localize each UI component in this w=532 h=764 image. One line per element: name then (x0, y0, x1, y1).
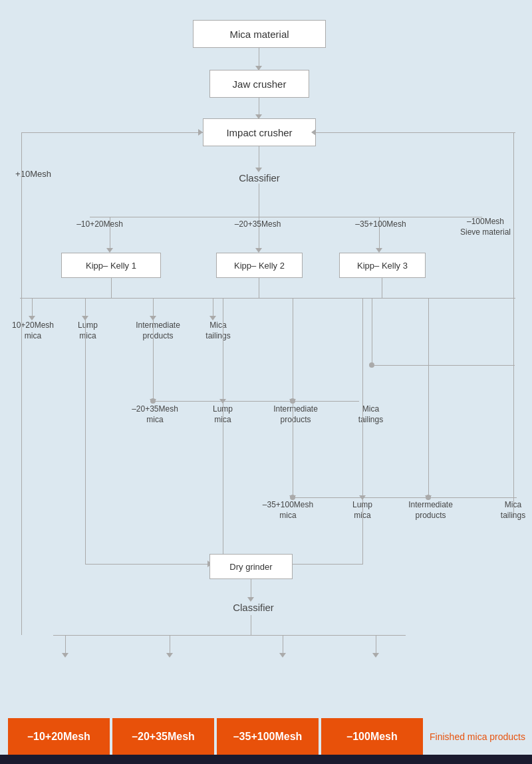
line-kipp3-out1 (293, 298, 293, 497)
jaw-crusher-box: Jaw crusher (209, 70, 309, 98)
minus10plus20-label: –10+20Mesh (66, 219, 133, 230)
line-branch-h (90, 217, 482, 217)
arrow-branch-kipp1 (106, 248, 113, 253)
arrow-right-impact (311, 129, 316, 136)
line-classifier-branch (259, 184, 259, 217)
junction-kipp3-2 (426, 495, 431, 500)
bottom-bar: –10+20Mesh –20+35Mesh –35+100Mesh –100Me… (7, 718, 525, 755)
line-dry-classifier (251, 579, 251, 599)
line-kipp2-out4 (372, 298, 372, 364)
finished-box-2: –20+35Mesh (112, 718, 214, 755)
kipp1-box: Kipp– Kelly 1 (61, 253, 161, 278)
kipp2-out3-label: Intermediateproducts (271, 404, 321, 425)
line-kipp2-out1 (153, 298, 154, 401)
arrow-final-1 (62, 653, 68, 658)
mica-material-box: Mica material (193, 20, 326, 48)
finished-box-4: –100Mesh (321, 718, 423, 755)
finished-box-3: –35+100Mesh (217, 718, 319, 755)
line-kipp2-tail-right (372, 365, 515, 366)
line-feedback-left-v (21, 132, 22, 635)
arrow-branch-kipp2 (255, 248, 262, 253)
kipp3-out1-label: –35+100Meshmica (258, 500, 318, 521)
line-final-3 (283, 635, 283, 655)
classifier1-label: Classifier (226, 172, 293, 185)
impact-crusher-box: Impact crusher (203, 118, 316, 146)
junction-inter1 (150, 398, 156, 404)
kipp1-out4-label: Micatailings (198, 320, 238, 341)
plus10mesh-label: +10Mesh (10, 169, 57, 180)
line-right-dry-v (362, 497, 363, 564)
line-final-4 (376, 635, 376, 655)
kipp3-out3-label: Intermediateproducts (406, 500, 456, 521)
kipp1-out2-label: Lumpmica (71, 320, 104, 341)
main-container: Mica material Jaw crusher Impact crusher… (0, 0, 532, 755)
arrow-left-impact (198, 129, 203, 136)
line-merge2-h (153, 401, 359, 402)
line-merge3-h (293, 497, 517, 498)
line-left-impact (21, 132, 203, 133)
line-right-impact (316, 132, 515, 133)
kipp2-box: Kipp– Kelly 2 (216, 253, 303, 278)
line-clf2-down (251, 615, 251, 635)
dry-grinder-box: Dry grinder (209, 554, 293, 579)
line-kipp2-down (259, 278, 259, 298)
finished-label: Finished mica products (430, 731, 525, 742)
line-kipp2-lump-down (223, 298, 223, 564)
flowchart: Mica material Jaw crusher Impact crusher… (7, 13, 525, 718)
line-kipp3-out4 (513, 298, 514, 517)
arrow-final-4 (372, 653, 379, 658)
arrow-final-2 (166, 653, 173, 658)
line-kipp3-hbranch (293, 298, 515, 299)
line-final-2 (170, 635, 170, 655)
line-clf2-hbranch (53, 635, 406, 636)
line-kipp3-out3 (428, 298, 429, 497)
minus100-sieve-label: –100MeshSieve material (452, 217, 519, 237)
kipp3-out4-label: Micatailings (495, 500, 531, 521)
kipp2-out4-label: Micatailings (352, 404, 389, 425)
line-mica-jaw (259, 48, 259, 68)
kipp3-box: Kipp– Kelly 3 (339, 253, 426, 278)
kipp2-out1-label: –20+35Meshmica (128, 404, 182, 425)
kipp1-out1-label: 10+20Meshmica (8, 320, 58, 341)
line-kipp3-out2 (362, 298, 363, 497)
finished-box-1: –10+20Mesh (8, 718, 110, 755)
kipp1-out3-label: Intermediateproducts (133, 320, 183, 341)
line-kipp3-down (382, 278, 382, 298)
line-kipp1-out1 (32, 298, 33, 318)
line-tailings-right-v1 (513, 132, 514, 298)
minus35plus100-label: –35+100Mesh (342, 219, 419, 230)
footer: Flowsheet of plant for dry grinding mica… (0, 755, 532, 764)
arrow-branch-kipp3 (376, 248, 382, 253)
line-final-1 (65, 635, 66, 655)
line-jaw-impact (259, 98, 259, 116)
junction-inter2 (290, 398, 295, 404)
classifier2-label: Classifier (217, 601, 290, 614)
junction-kipp3-1 (290, 495, 295, 500)
arrow-final-3 (279, 653, 286, 658)
arrow-kipp1-out1 (29, 316, 35, 320)
line-kipp1-out4 (213, 298, 213, 318)
arrow-kipp1-out4 (209, 316, 216, 320)
line-impact-classifier (259, 146, 259, 170)
line-kipp1-down (111, 278, 112, 298)
minus20plus35-label: –20+35Mesh (223, 219, 293, 230)
line-lump-drygrinder-left (85, 298, 86, 564)
